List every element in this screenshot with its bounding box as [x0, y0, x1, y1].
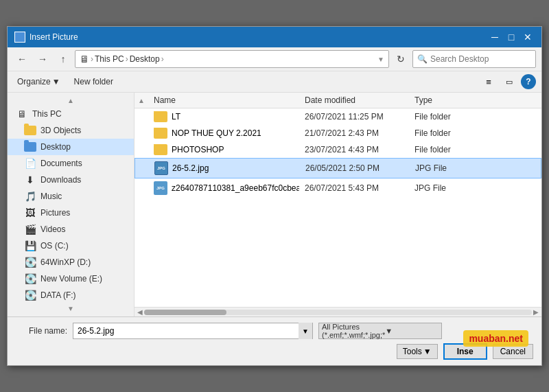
- jpg-label: JPG: [157, 166, 165, 170]
- view-list-button[interactable]: ≡: [480, 74, 498, 89]
- search-input[interactable]: [430, 54, 533, 64]
- header-scroll-up-icon: ▲: [138, 97, 145, 104]
- scroll-right-arrow[interactable]: ▶: [532, 308, 540, 316]
- close-button[interactable]: ✕: [521, 30, 535, 44]
- organize-button[interactable]: Organize ▼: [13, 75, 65, 89]
- jpg-label: JPG: [156, 186, 165, 190]
- sidebar-label-desktop: Desktop: [40, 142, 71, 152]
- file-cell-type: JPG File: [410, 163, 492, 173]
- sidebar-label-volume-e: New Volume (E:): [40, 274, 102, 284]
- sidebar-item-os-c[interactable]: 💾 OS (C:): [8, 238, 134, 254]
- breadcrumb-desktop[interactable]: Desktop: [130, 54, 160, 64]
- sidebar-item-volume-e[interactable]: 💽 New Volume (E:): [8, 270, 134, 287]
- drive-f-icon: 💽: [24, 290, 36, 301]
- filetype-label: All Pictures (*.emf;*.wmf;*.jpg;*: [322, 323, 385, 339]
- file-cell-date: 26/07/2021 11:25 PM: [299, 112, 409, 122]
- file-row[interactable]: JPG z2640787110381_a9eeb67fc0cbea79d5ddc…: [135, 178, 541, 198]
- scrollbar-track[interactable]: [144, 310, 532, 315]
- sidebar-label-3d-objects: 3D Objects: [40, 126, 81, 135]
- file-name: z2640787110381_a9eeb67fc0cbea79d5ddc...: [172, 183, 299, 193]
- toolbar2-right: ≡ ▭ ?: [480, 74, 536, 89]
- scroll-up-arrow: ▲: [67, 97, 74, 104]
- jpg-icon: JPG: [154, 161, 168, 175]
- file-list-container: ▲ Name Date modified Type LT 26/07/20: [135, 93, 541, 316]
- file-name: LT: [172, 112, 180, 122]
- filename-row: File name: ▼ All Pictures (*.emf;*.wmf;*…: [16, 323, 533, 339]
- forward-button[interactable]: →: [34, 50, 51, 68]
- breadcrumb-computer-icon: 🖥: [80, 54, 89, 65]
- file-name: PHOTOSHOP: [172, 145, 224, 154]
- sidebar-item-data-f[interactable]: 💽 DATA (F:): [8, 287, 134, 303]
- filename-label: File name:: [16, 326, 67, 336]
- view-details-button[interactable]: ▭: [500, 74, 518, 89]
- file-cell-name: NOP THUE QUY 2.2021: [148, 128, 299, 139]
- search-box[interactable]: 🔍: [412, 50, 536, 68]
- file-list-header: ▲ Name Date modified Type: [135, 93, 541, 108]
- maximize-button[interactable]: □: [504, 30, 518, 44]
- sidebar: ▲ 🖥 This PC 3D Objects: [8, 93, 135, 316]
- breadcrumb[interactable]: 🖥 › This PC › Desktop › ▼: [75, 50, 389, 68]
- refresh-button[interactable]: ↻: [392, 50, 410, 68]
- file-cell-name: JPG 26-5.2.jpg: [149, 161, 300, 175]
- tools-button[interactable]: Tools ▼: [397, 344, 438, 359]
- file-cell-type: JPG File: [409, 183, 491, 193]
- sidebar-scroll-up: ▲: [8, 95, 134, 106]
- videos-icon: 🎬: [24, 224, 36, 235]
- scroll-left-arrow[interactable]: ◀: [136, 308, 144, 316]
- sidebar-item-music[interactable]: 🎵 Music: [8, 188, 134, 205]
- sidebar-item-pictures[interactable]: 🖼 Pictures: [8, 205, 134, 221]
- folder-icon: [154, 111, 167, 122]
- filename-input-wrap[interactable]: ▼: [73, 323, 313, 339]
- up-button[interactable]: ↑: [54, 50, 72, 68]
- file-cell-type: File folder: [409, 128, 491, 138]
- documents-icon: 📄: [24, 158, 36, 169]
- minimize-button[interactable]: ─: [488, 30, 502, 44]
- file-row[interactable]: NOP THUE QUY 2.2021 21/07/2021 2:43 PM F…: [135, 125, 541, 141]
- file-row[interactable]: LT 26/07/2021 11:25 PM File folder: [135, 108, 541, 125]
- file-name: 26-5.2.jpg: [172, 163, 209, 173]
- horizontal-scrollbar[interactable]: ◀ ▶: [135, 307, 541, 316]
- new-folder-button[interactable]: New folder: [70, 75, 117, 89]
- drive-e-icon: 💽: [24, 273, 36, 284]
- sidebar-scroll-down: ▼: [8, 303, 134, 314]
- navigation-toolbar: ← → ↑ 🖥 › This PC › Desktop › ▼ ↻ 🔍: [8, 47, 541, 71]
- filename-input[interactable]: [73, 323, 299, 338]
- header-scroll-up: ▲: [135, 97, 148, 104]
- col-header-type[interactable]: Type: [409, 95, 478, 105]
- breadcrumb-sep3: ›: [161, 54, 164, 64]
- filetype-select[interactable]: All Pictures (*.emf;*.wmf;*.jpg;* ▼: [318, 323, 442, 339]
- drive-c-icon: 💾: [24, 240, 36, 251]
- sidebar-item-downloads[interactable]: ⬇ Downloads: [8, 172, 134, 188]
- sidebar-item-videos[interactable]: 🎬 Videos: [8, 221, 134, 238]
- organize-label: Organize: [17, 77, 51, 87]
- filename-dropdown-button[interactable]: ▼: [299, 323, 312, 339]
- sidebar-item-winxp-d[interactable]: 💽 64WinXP (D:): [8, 254, 134, 270]
- sidebar-item-desktop[interactable]: Desktop: [8, 139, 134, 155]
- sidebar-item-this-pc[interactable]: 🖥 This PC: [8, 106, 134, 122]
- col-header-date[interactable]: Date modified: [299, 95, 409, 105]
- dialog-title: Insert Picture: [30, 32, 78, 42]
- file-row-selected[interactable]: JPG 26-5.2.jpg 26/05/2021 2:50 PM JPG Fi…: [135, 158, 541, 178]
- file-cell-type: File folder: [409, 145, 491, 154]
- 3d-objects-icon: [24, 125, 36, 136]
- help-button[interactable]: ?: [521, 74, 536, 89]
- filetype-dropdown-icon: ▼: [385, 327, 439, 335]
- breadcrumb-thispc[interactable]: This PC: [95, 54, 124, 64]
- breadcrumb-sep2: ›: [126, 54, 128, 64]
- scroll-down-arrow: ▼: [67, 305, 74, 312]
- sidebar-item-3d-objects[interactable]: 3D Objects: [8, 122, 134, 139]
- sidebar-item-documents[interactable]: 📄 Documents: [8, 155, 134, 172]
- file-row[interactable]: PHOTOSHOP 23/07/2021 4:43 PM File folder: [135, 141, 541, 158]
- sidebar-label-this-pc: This PC: [32, 109, 62, 119]
- file-cell-name: JPG z2640787110381_a9eeb67fc0cbea79d5ddc…: [148, 181, 299, 195]
- back-button[interactable]: ←: [13, 50, 31, 68]
- file-cell-date: 21/07/2021 2:43 PM: [299, 128, 409, 138]
- col-header-name[interactable]: Name: [148, 95, 299, 105]
- music-icon: 🎵: [24, 191, 36, 202]
- bottom-section: File name: ▼ All Pictures (*.emf;*.wmf;*…: [8, 316, 541, 365]
- scrollbar-thumb[interactable]: [144, 310, 226, 315]
- file-cell-date: 26/05/2021 2:50 PM: [300, 163, 410, 173]
- sidebar-label-music: Music: [40, 192, 62, 201]
- jpg-icon: JPG: [154, 181, 167, 195]
- breadcrumb-dropdown-icon[interactable]: ▼: [377, 56, 384, 63]
